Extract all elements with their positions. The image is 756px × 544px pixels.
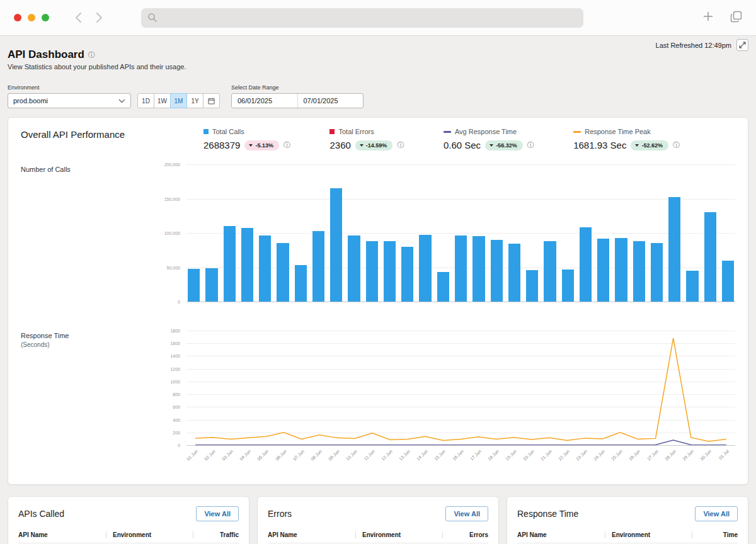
metric-total-errors: Total Errors 2360 -14.59% ⓘ bbox=[329, 128, 404, 150]
column-api-name: API Name bbox=[18, 531, 106, 538]
range-button-1m[interactable]: 1M bbox=[170, 93, 187, 108]
errors-card: Errors View All API Name Environment Err… bbox=[257, 496, 499, 544]
table-header: API Name Environment Traffic bbox=[18, 531, 239, 543]
search-icon bbox=[147, 13, 158, 23]
calls-bar bbox=[437, 272, 449, 302]
performance-card-title: Overall API Performance bbox=[21, 128, 203, 140]
calls-bar bbox=[597, 239, 609, 302]
calls-bar bbox=[224, 226, 236, 302]
y-tick-label: 150,000 bbox=[164, 196, 180, 201]
calls-bar bbox=[580, 227, 592, 302]
calls-bar bbox=[401, 247, 413, 302]
x-tick-label: 13 Jun bbox=[398, 449, 411, 462]
calls-bar bbox=[508, 244, 520, 302]
column-environment: Environment bbox=[612, 531, 692, 538]
response-time-line-chart bbox=[186, 331, 735, 445]
forward-button[interactable] bbox=[93, 11, 105, 24]
column-traffic: Traffic bbox=[200, 531, 239, 538]
plus-icon bbox=[702, 11, 714, 22]
x-tick-label: 23 Jun bbox=[575, 449, 588, 462]
page-title: API Dashboard bbox=[8, 48, 84, 61]
range-button-1d[interactable]: 1D bbox=[137, 93, 154, 108]
range-button-1y[interactable]: 1Y bbox=[186, 93, 203, 108]
calls-bar bbox=[419, 235, 431, 302]
minimize-window-button[interactable] bbox=[28, 14, 35, 21]
delta-badge: -52.62% bbox=[631, 140, 668, 150]
calls-bar bbox=[330, 188, 342, 302]
calls-bar bbox=[633, 241, 645, 302]
calls-bar bbox=[295, 265, 307, 302]
gridline bbox=[186, 302, 735, 302]
x-tick-label: 07 Jun bbox=[292, 449, 305, 462]
y-tick-label: 400 bbox=[173, 417, 180, 422]
x-tick-label: 17 Jun bbox=[469, 449, 482, 462]
x-tick-label: 20 Jun bbox=[522, 449, 535, 462]
metric-label: Total Errors bbox=[338, 128, 374, 135]
close-window-button[interactable] bbox=[14, 14, 21, 21]
metric-label: Response Time Peak bbox=[585, 128, 651, 135]
x-tick-label: 25 Jun bbox=[610, 449, 623, 462]
x-tick-label: 16 Jun bbox=[452, 449, 464, 462]
calls-bar bbox=[259, 235, 271, 302]
new-tab-button[interactable] bbox=[702, 11, 714, 25]
expand-button[interactable] bbox=[736, 39, 748, 51]
metric-info-icon[interactable]: ⓘ bbox=[397, 142, 404, 149]
total-calls-legend-marker bbox=[203, 129, 209, 134]
response-time-card: Response Time View All API Name Environm… bbox=[507, 496, 748, 544]
calls-bar bbox=[562, 269, 574, 302]
x-tick-label: 24 Jun bbox=[593, 449, 605, 462]
calls-bar bbox=[188, 269, 200, 302]
calls-bar bbox=[205, 268, 217, 302]
y-tick-label: 50,000 bbox=[167, 265, 180, 269]
column-time: Time bbox=[699, 531, 738, 538]
page-info-icon[interactable]: ⓘ bbox=[88, 52, 95, 59]
calendar-button[interactable] bbox=[203, 93, 220, 108]
range-button-1w[interactable]: 1W bbox=[154, 93, 171, 108]
window-controls bbox=[14, 14, 49, 21]
environment-select[interactable]: prod.boomi bbox=[8, 93, 131, 108]
calls-bar bbox=[615, 238, 627, 302]
x-tick-label: 28 Jun bbox=[664, 449, 677, 462]
column-api-name: API Name bbox=[517, 531, 605, 538]
maximize-window-button[interactable] bbox=[42, 14, 49, 21]
calls-bar-chart bbox=[186, 164, 735, 302]
y-tick-label: 0 bbox=[178, 443, 180, 448]
x-tick-label: 04 Jun bbox=[239, 449, 251, 462]
metric-info-icon[interactable]: ⓘ bbox=[673, 142, 680, 149]
calls-bar bbox=[384, 241, 396, 302]
expand-icon bbox=[739, 42, 746, 48]
x-tick-label: 10 Jun bbox=[345, 449, 358, 462]
tab-overview-button[interactable] bbox=[730, 11, 742, 25]
delta-badge: -14.59% bbox=[355, 140, 393, 150]
metric-value: 2688379 bbox=[203, 140, 240, 150]
avg-response-legend-marker bbox=[444, 131, 451, 133]
back-button[interactable] bbox=[73, 11, 84, 24]
calls-bar bbox=[526, 270, 538, 302]
view-all-response-time-button[interactable]: View All bbox=[695, 506, 738, 521]
metric-info-icon[interactable]: ⓘ bbox=[527, 142, 534, 149]
calls-bar bbox=[366, 241, 378, 302]
y-tick-label: 1400 bbox=[170, 354, 180, 358]
y-tick-label: 1800 bbox=[170, 329, 180, 333]
metric-info-icon[interactable]: ⓘ bbox=[284, 142, 290, 149]
line-chart-x-axis: 01 Jun02 Jun03 Jun04 Jun05 Jun06 Jun07 J… bbox=[186, 445, 735, 473]
date-to-input[interactable]: 07/01/2025 bbox=[298, 94, 364, 108]
chevron-down-icon bbox=[118, 99, 125, 103]
date-from-input[interactable]: 06/01/2025 bbox=[232, 94, 298, 108]
calls-bar bbox=[722, 261, 734, 302]
y-tick-label: 800 bbox=[173, 392, 180, 397]
view-all-errors-button[interactable]: View All bbox=[445, 506, 488, 521]
environment-label: Environment bbox=[8, 84, 131, 91]
y-tick-label: 200 bbox=[173, 430, 180, 434]
x-tick-label: 05 Jun bbox=[257, 449, 270, 462]
triangle-down-icon bbox=[360, 144, 364, 147]
view-all-apis-button[interactable]: View All bbox=[196, 506, 239, 521]
x-tick-label: 03 Jun bbox=[221, 449, 234, 462]
calls-bar bbox=[668, 197, 680, 302]
calls-bar bbox=[544, 241, 556, 302]
calls-bar bbox=[651, 243, 663, 302]
browser-address-bar[interactable] bbox=[141, 8, 583, 28]
column-api-name: API Name bbox=[268, 531, 356, 538]
x-tick-label: 08 Jun bbox=[310, 449, 323, 462]
x-tick-label: 15 Jun bbox=[434, 449, 447, 462]
